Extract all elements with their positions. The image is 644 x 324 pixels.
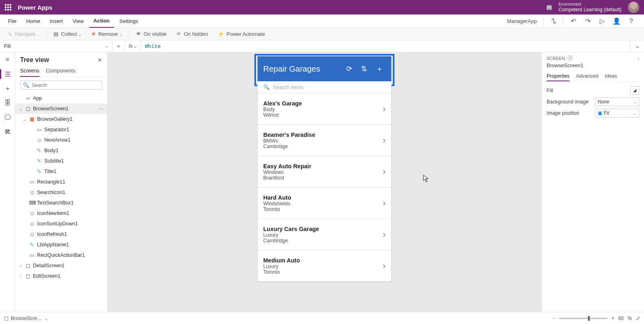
tree-node-separator[interactable]: ▭Separator1 xyxy=(15,124,107,135)
undo-icon[interactable]: ↶ xyxy=(568,16,579,27)
product-title: Power Apps xyxy=(18,4,52,11)
avatar[interactable] xyxy=(628,2,639,13)
menu-view[interactable]: View xyxy=(68,14,88,28)
gallery-item[interactable]: Beamer's Paradise BMWs Cambridge › xyxy=(258,125,391,156)
gallery-item[interactable]: Easy Auto Repair Windows Brantford › xyxy=(258,156,391,188)
tree-node-browsescreen[interactable]: ⌄▢BrowseScreen1⋯ xyxy=(15,103,107,114)
tree-node-browsegallery[interactable]: ⌄▦BrowseGallery1 xyxy=(15,114,107,124)
equals-label: = xyxy=(113,40,125,52)
redo-icon[interactable]: ↷ xyxy=(582,16,593,27)
menu-bar: File Home Insert View Action Settings Ma… xyxy=(0,14,644,28)
ribbon-collect[interactable]: ▤Collect xyxy=(50,31,86,37)
tree-node-rectquick[interactable]: ▭RectQuickActionBar1 xyxy=(15,250,107,260)
close-icon[interactable]: ✕ xyxy=(97,57,102,63)
ribbon-remove[interactable]: ✕Remove xyxy=(87,31,126,37)
sort-icon[interactable]: ⇅ xyxy=(359,64,369,73)
gallery-item-location: Cambridge xyxy=(263,144,383,149)
ribbon-onvisible[interactable]: 👁On visible xyxy=(132,31,171,37)
status-screen-name[interactable]: BrowseScre… xyxy=(11,316,42,321)
add-icon[interactable]: ＋ xyxy=(374,64,386,74)
insert-icon[interactable]: ＋ xyxy=(4,85,12,93)
chevron-right-icon[interactable]: › xyxy=(638,56,639,61)
menu-settings[interactable]: Settings xyxy=(116,14,142,28)
menu-action[interactable]: Action xyxy=(89,14,114,28)
zoom-out-icon[interactable]: − xyxy=(552,316,555,321)
tree-node-textsearchbox[interactable]: ⌨TextSearchBox1 xyxy=(15,198,107,208)
refresh-icon[interactable]: ⟳ xyxy=(344,64,355,73)
tree-search-input[interactable] xyxy=(32,83,99,88)
property-selector[interactable]: Fill ⌄ xyxy=(0,40,113,52)
fill-color-picker[interactable] xyxy=(630,86,639,95)
tree-node-body[interactable]: ✎Body1 xyxy=(15,145,107,156)
separator xyxy=(563,17,564,25)
ribbon-navigate: ↳Navigate xyxy=(4,31,44,37)
help-icon[interactable]: ? xyxy=(625,16,637,27)
chevron-right-icon[interactable]: › xyxy=(383,261,386,271)
fit-to-window-icon[interactable]: ⤢ xyxy=(636,316,640,321)
hamburger-icon[interactable]: ≡ xyxy=(4,56,12,64)
info-icon[interactable]: ? xyxy=(568,56,573,61)
tab-ideas[interactable]: Ideas xyxy=(605,72,617,81)
chevron-down-icon: ⌄ xyxy=(105,43,108,49)
tree-node-lblappname[interactable]: ✎LblAppName1 xyxy=(15,239,107,250)
tab-advanced[interactable]: Advanced xyxy=(576,72,599,81)
gallery-item[interactable]: Hard Auto Windshields Toronto › xyxy=(258,188,391,219)
app-header[interactable]: Repair Garages ⟳ ⇅ ＋ xyxy=(258,56,391,81)
chevron-down-icon: ⌄ xyxy=(134,44,137,48)
ribbon-onhidden[interactable]: 👁On hidden xyxy=(172,31,212,37)
data-icon[interactable]: 🗄 xyxy=(4,99,12,107)
tree-node-iconrefresh[interactable]: ◇IconRefresh1 xyxy=(15,229,107,239)
canvas[interactable]: Repair Garages ⟳ ⇅ ＋ 🔍 Search items Alex… xyxy=(107,52,541,312)
tree-node-title[interactable]: ✎Title1 xyxy=(15,166,107,177)
formula-expand-icon[interactable]: ⌄ xyxy=(630,40,644,52)
chevron-right-icon[interactable]: › xyxy=(383,104,386,114)
menu-file[interactable]: File xyxy=(4,14,21,28)
chevron-right-icon[interactable]: › xyxy=(383,167,386,177)
phone-canvas[interactable]: Repair Garages ⟳ ⇅ ＋ 🔍 Search items Alex… xyxy=(258,56,391,282)
cursor-icon xyxy=(423,175,429,183)
gallery-item[interactable]: Luxury Cars Garage Luxury Cambridge › xyxy=(258,219,391,250)
environment-block[interactable]: Environment Competent Learning (default) xyxy=(559,2,621,12)
gallery-item[interactable]: Alex's Garage Body Wilmot › xyxy=(258,93,391,125)
tree-node-rectangle[interactable]: ▭Rectangle11 xyxy=(15,177,107,187)
tools-icon[interactable]: 🛠 xyxy=(4,128,12,136)
tree-node-iconnewitem[interactable]: ◇IconNewItem1 xyxy=(15,208,107,219)
fx-button[interactable]: fx⌄ xyxy=(125,40,141,52)
tree-node-detailscreen[interactable]: ›▢DetailScreen1 xyxy=(15,260,107,271)
tree-node-editscreen[interactable]: ›▢EditScreen1 xyxy=(15,271,107,281)
imgpos-select[interactable]: ▣Fit⌄ xyxy=(595,109,639,118)
chevron-right-icon[interactable]: › xyxy=(383,229,386,240)
tree-tab-screens[interactable]: Screens xyxy=(20,65,39,77)
tree-view-icon[interactable]: ☰ xyxy=(4,70,12,78)
gallery-item[interactable]: Medium Auto Luxury Toronto › xyxy=(258,250,391,282)
tree-node-app[interactable]: ▱App xyxy=(15,93,107,103)
ribbon-powerautomate[interactable]: ⚡Power Automate xyxy=(214,31,269,37)
zoom-slider[interactable] xyxy=(559,318,607,319)
media-icon[interactable]: 🖵 xyxy=(4,114,12,122)
app-name-label: ManagerApp xyxy=(507,18,537,24)
tree-node-nextarrow[interactable]: ◇NextArrow1 xyxy=(15,135,107,145)
app-checker-icon[interactable]: ᔐ xyxy=(548,16,559,27)
formula-input[interactable]: White xyxy=(141,40,630,52)
tree-node-subtitle[interactable]: ✎Subtitle1 xyxy=(15,156,107,166)
prop-fill-label: Fill xyxy=(547,88,553,93)
menu-insert[interactable]: Insert xyxy=(46,14,67,28)
chevron-right-icon[interactable]: › xyxy=(383,198,386,208)
tree-search[interactable]: 🔍 xyxy=(20,80,102,90)
zoom-in-icon[interactable]: + xyxy=(611,316,614,321)
tree-node-iconsortupdown[interactable]: ◇IconSortUpDown1 xyxy=(15,219,107,229)
menu-home[interactable]: Home xyxy=(22,14,44,28)
bgimage-select[interactable]: None⌄ xyxy=(595,97,639,106)
more-icon[interactable]: ⋯ xyxy=(98,106,104,112)
chevron-down-icon[interactable]: ⌄ xyxy=(44,316,48,321)
chevron-right-icon[interactable]: › xyxy=(383,135,386,146)
tab-properties[interactable]: Properties xyxy=(547,72,570,81)
left-rail: ≡ ☰ ＋ 🗄 🖵 🛠 xyxy=(0,52,15,312)
tree-node-searchicon[interactable]: ◇SearchIcon1 xyxy=(15,187,107,198)
gallery-item-location: Wilmot xyxy=(263,112,383,118)
preview-icon[interactable]: ▷ xyxy=(597,16,608,27)
tree-tab-components[interactable]: Components xyxy=(46,65,76,77)
app-search[interactable]: 🔍 Search items xyxy=(258,81,391,93)
app-launcher-icon[interactable] xyxy=(5,4,11,10)
share-icon[interactable]: 👤 xyxy=(611,16,622,27)
